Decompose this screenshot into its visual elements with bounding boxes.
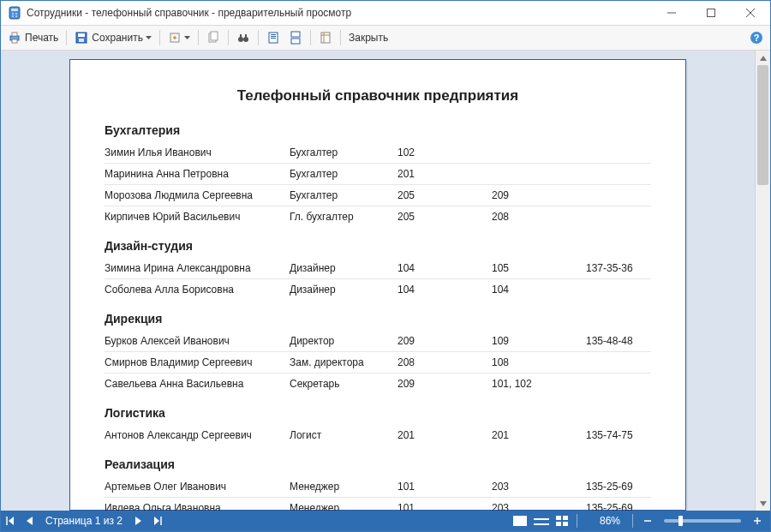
- copy-button[interactable]: [203, 28, 224, 47]
- svg-rect-29: [534, 518, 549, 520]
- svg-rect-12: [79, 39, 84, 42]
- employee-ext1: 209: [397, 335, 492, 347]
- view-single-page-button[interactable]: [263, 28, 284, 47]
- svg-rect-30: [534, 523, 549, 525]
- employee-name: Савельева Анна Васильевна: [105, 378, 290, 390]
- employee-role: Дизайнер: [290, 284, 397, 296]
- employee-name: Артемьев Олег Иванович: [105, 481, 290, 493]
- employee-role: Директор: [290, 335, 397, 347]
- employee-phone: 135-48-48: [586, 335, 651, 347]
- employee-row: Морозова Людмила СергеевнаБухгалтер20520…: [105, 185, 651, 206]
- employee-ext2: 203: [492, 481, 586, 493]
- employee-ext1: 209: [397, 378, 492, 390]
- employee-ext2: 109: [492, 335, 586, 347]
- app-icon: [8, 6, 21, 20]
- page-setup-icon: [319, 31, 332, 45]
- toolbar-separator: [159, 30, 160, 45]
- minimize-button[interactable]: [652, 1, 691, 25]
- employee-ext2: 105: [492, 262, 586, 274]
- toolbar-separator: [66, 30, 67, 45]
- employee-role: Гл. бухгалтер: [290, 211, 397, 223]
- svg-rect-19: [245, 34, 247, 38]
- toolbar-separator: [310, 30, 311, 45]
- scroll-down-icon[interactable]: [756, 496, 770, 511]
- employee-role: Дизайнер: [290, 262, 397, 274]
- zoom-slider[interactable]: [664, 519, 741, 523]
- page-setup-button[interactable]: [315, 28, 336, 47]
- employee-ext2: 108: [492, 356, 586, 368]
- employee-ext1: 208: [397, 356, 492, 368]
- scrollbar-thumb[interactable]: [757, 65, 768, 185]
- zoom-slider-knob[interactable]: [678, 516, 683, 526]
- svg-rect-21: [271, 34, 276, 35]
- svg-rect-15: [211, 32, 218, 40]
- zoom-in-button[interactable]: [748, 511, 767, 531]
- department-heading: Бухгалтерия: [105, 123, 651, 137]
- employee-ext1: 201: [397, 168, 492, 180]
- titlebar: Сотрудники - телефонный справочник - пре…: [1, 1, 770, 25]
- vertical-scrollbar[interactable]: [755, 51, 770, 511]
- close-preview-button[interactable]: Закрыть: [345, 28, 391, 47]
- employee-row: Соболева Алла БорисовнаДизайнер104104: [105, 279, 651, 300]
- first-page-button[interactable]: [1, 511, 20, 531]
- view-mode-facing[interactable]: [530, 515, 553, 527]
- employee-name: Морозова Людмила Сергеевна: [105, 189, 290, 201]
- close-window-button[interactable]: [731, 1, 770, 25]
- maximize-button[interactable]: [691, 1, 731, 25]
- svg-point-5: [15, 15, 17, 17]
- employee-name: Бурков Алексей Иванович: [105, 335, 290, 347]
- page-viewport[interactable]: Телефонный справочник предприятия Бухгал…: [1, 51, 755, 511]
- employee-role: Менеджер: [290, 481, 397, 493]
- employee-ext1: 104: [397, 262, 492, 274]
- toolbar: Печать Сохранить: [1, 25, 770, 51]
- view-continuous-button[interactable]: [285, 28, 306, 47]
- svg-rect-1: [11, 9, 18, 11]
- employee-ext1: 104: [397, 284, 492, 296]
- svg-rect-6: [708, 9, 715, 17]
- help-button[interactable]: ?: [746, 28, 767, 47]
- employee-ext2: 208: [492, 211, 586, 223]
- employee-row: Зимин Илья ИвановичБухгалтер102: [105, 142, 651, 163]
- svg-rect-18: [240, 34, 242, 38]
- employee-role: Бухгалтер: [290, 189, 397, 201]
- employee-phone: 135-74-75: [586, 429, 651, 441]
- employee-phone: 137-35-36: [586, 262, 651, 274]
- employee-name: Ивлева Ольга Ивановна: [105, 502, 290, 511]
- department-heading: Дизайн-студия: [105, 239, 651, 253]
- employee-row: Савельева Анна ВасильевнаСекретарь209101…: [105, 374, 651, 394]
- preview-window: Сотрудники - телефонный справочник - пре…: [0, 0, 771, 532]
- statusbar: Страница 1 из 2 86%: [1, 511, 770, 531]
- svg-rect-26: [321, 33, 330, 43]
- save-label: Сохранить: [92, 32, 143, 44]
- save-button[interactable]: Сохранить: [71, 28, 155, 47]
- export-button[interactable]: [164, 28, 194, 47]
- employee-role: Секретарь: [290, 378, 397, 390]
- find-button[interactable]: [233, 28, 254, 47]
- employee-row: Маринина Анна ПетровнаБухгалтер201: [105, 164, 651, 184]
- help-icon: ?: [750, 31, 763, 45]
- view-mode-single[interactable]: [510, 516, 530, 526]
- window-title: Сотрудники - телефонный справочник - пре…: [27, 7, 351, 19]
- toolbar-separator: [198, 30, 199, 45]
- scroll-up-icon[interactable]: [756, 51, 770, 65]
- zoom-out-button[interactable]: [638, 511, 657, 531]
- employee-ext2: 209: [492, 189, 586, 201]
- document-title: Телефонный справочник предприятия: [105, 87, 651, 105]
- print-button[interactable]: Печать: [4, 28, 62, 47]
- svg-rect-24: [291, 32, 300, 37]
- binoculars-icon: [236, 31, 250, 45]
- print-label: Печать: [25, 32, 58, 44]
- view-mode-grid[interactable]: [553, 516, 571, 526]
- employee-ext1: 205: [397, 211, 492, 223]
- svg-rect-23: [271, 38, 276, 39]
- prev-page-button[interactable]: [20, 511, 39, 531]
- svg-rect-8: [12, 33, 17, 36]
- employee-phone: 135-25-69: [586, 502, 651, 511]
- employee-name: Кирпичев Юрий Васильевич: [105, 211, 290, 223]
- last-page-button[interactable]: [148, 511, 167, 531]
- save-icon: [75, 31, 88, 45]
- employee-ext2: 101, 102: [492, 378, 586, 390]
- svg-point-2: [12, 13, 14, 15]
- toolbar-separator: [340, 30, 341, 45]
- next-page-button[interactable]: [129, 511, 148, 531]
